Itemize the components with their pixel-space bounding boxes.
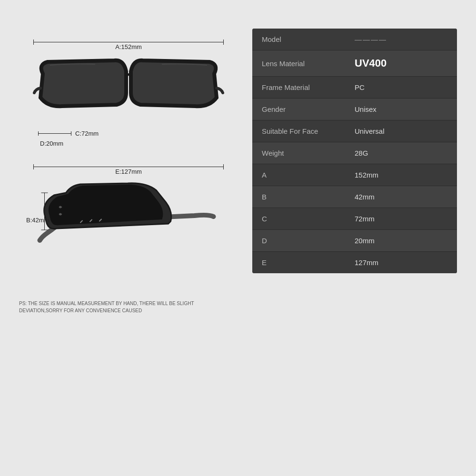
spec-row-e: E127mm xyxy=(252,252,457,273)
spec-label: A xyxy=(262,171,355,179)
spec-row-d: D20mm xyxy=(252,230,457,252)
e-measure-line: E:127mm xyxy=(33,167,224,175)
spec-value: 127mm xyxy=(355,258,447,267)
ps-note: PS: THE SIZE IS MANUAL MEASUREMENT BY HA… xyxy=(19,300,200,314)
cd-measurements: C:72mm D:20mm xyxy=(38,130,99,148)
spec-label: Gender xyxy=(262,105,355,113)
measurement-c-label: C:72mm xyxy=(75,130,99,137)
spec-value: 152mm xyxy=(355,171,447,179)
measurement-b-label: B:42mm xyxy=(26,217,49,224)
specs-table: Model————Lens MaterialUV400Frame Materia… xyxy=(252,29,457,273)
glasses-front-view xyxy=(29,55,228,123)
measurement-a-line: A:152mm xyxy=(33,42,224,50)
measurement-a-label: A:152mm xyxy=(115,43,142,50)
spec-label: Suitable For Face xyxy=(262,127,355,135)
spec-label: C xyxy=(262,215,355,223)
b-measure-label: B:42mm xyxy=(26,217,49,224)
spec-row-model: Model———— xyxy=(252,29,457,50)
spec-label: Weight xyxy=(262,149,355,157)
spec-value: PC xyxy=(355,83,447,91)
spec-row-suitable-for-face: Suitable For FaceUniversal xyxy=(252,120,457,142)
c-measure-row: C:72mm xyxy=(38,130,99,137)
side-view-diagram: E:127mm xyxy=(19,162,238,286)
measurement-d-label: D:20mm xyxy=(40,140,63,147)
spec-value: ———— xyxy=(355,35,447,43)
spec-row-c: C72mm xyxy=(252,208,457,230)
c-horizontal-line xyxy=(38,133,71,134)
spec-value: 72mm xyxy=(355,215,447,223)
spec-value: 28G xyxy=(355,149,447,157)
a-horizontal-line xyxy=(33,42,224,42)
spec-row-weight: Weight28G xyxy=(252,142,457,164)
measurement-e-label: E:127mm xyxy=(115,168,142,175)
e-horizontal-line xyxy=(33,167,224,167)
spec-label: D xyxy=(262,237,355,245)
spec-value: 20mm xyxy=(355,237,447,245)
spec-label: Frame Material xyxy=(262,83,355,91)
main-container: A:152mm xyxy=(19,29,457,447)
spec-value: Universal xyxy=(355,127,447,135)
left-panel: A:152mm xyxy=(19,29,238,314)
spec-label: E xyxy=(262,258,355,267)
spec-row-lens-material: Lens MaterialUV400 xyxy=(252,50,457,77)
spec-label: Model xyxy=(262,35,355,43)
spec-row-gender: GenderUnisex xyxy=(252,99,457,120)
spec-row-a: A152mm xyxy=(252,164,457,186)
spec-value: Unisex xyxy=(355,105,447,113)
spec-value: UV400 xyxy=(355,57,447,69)
spec-row-frame-material: Frame MaterialPC xyxy=(252,77,457,99)
glasses-side-svg xyxy=(29,178,237,264)
spec-label: Lens Material xyxy=(262,60,355,68)
spec-row-b: B42mm xyxy=(252,186,457,208)
top-view-diagram: A:152mm xyxy=(19,33,238,148)
spec-value: 42mm xyxy=(355,193,447,201)
spec-label: B xyxy=(262,193,355,201)
